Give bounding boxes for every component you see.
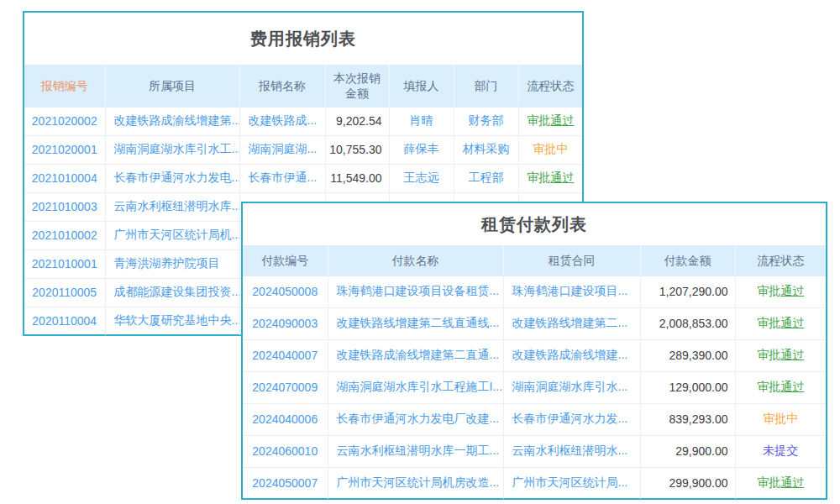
- cell-contract[interactable]: 改建铁路成渝线增建...: [503, 339, 640, 371]
- column-header-dept: 部门: [454, 65, 518, 107]
- cell-amount: 2,008,853.00: [640, 307, 735, 339]
- cell-id[interactable]: 2024090003: [243, 307, 328, 339]
- cell-project[interactable]: 湖南洞庭湖水库引水工...: [105, 135, 239, 164]
- payment-table-header-row: 付款编号付款名称租赁合同付款金额流程状态: [243, 245, 826, 276]
- cell-project[interactable]: 云南水利枢纽潜明水库...: [105, 192, 239, 221]
- cell-name[interactable]: 长春市伊通河水力发电厂改建...: [328, 403, 503, 435]
- cell-name[interactable]: 湖南洞庭湖...: [239, 135, 325, 164]
- expense-table-title: 费用报销列表: [24, 13, 582, 65]
- cell-name[interactable]: 改建铁路线增建第二线直通线...: [328, 307, 503, 339]
- cell-id[interactable]: 2024050007: [243, 467, 328, 499]
- column-header-name: 付款名称: [328, 245, 503, 276]
- cell-contract[interactable]: 广州市天河区统计局...: [503, 467, 640, 499]
- page: { "colors": { "panel_border": "#2bafca",…: [0, 0, 840, 504]
- cell-id[interactable]: 2020110005: [24, 278, 105, 307]
- expense-table-header-row: 报销编号所属项目报销名称本次报销金额填报人部门流程状态: [24, 65, 582, 107]
- cell-dept[interactable]: 工程部: [454, 164, 518, 192]
- table-row: 2024050007广州市天河区统计局机房改造...广州市天河区统计局...29…: [243, 467, 826, 499]
- column-header-name: 报销名称: [239, 65, 325, 107]
- cell-reporter[interactable]: 薛保丰: [389, 135, 454, 164]
- cell-project[interactable]: 成都能源建设集团投资...: [105, 278, 239, 307]
- cell-id[interactable]: 2024070009: [243, 371, 328, 403]
- cell-name[interactable]: 改建铁路成...: [239, 107, 325, 135]
- cell-amount: 289,390.00: [640, 339, 735, 371]
- cell-id[interactable]: 2021010003: [24, 192, 105, 221]
- cell-project[interactable]: 青海洪湖养护院项目: [105, 249, 239, 278]
- table-row: 2024040006长春市伊通河水力发电厂改建...长春市伊通河水力发...83…: [243, 403, 826, 435]
- table-row: 2024090003改建铁路线增建第二线直通线...改建铁路线增建第二...2,…: [243, 307, 826, 339]
- lease-payment-table-panel: 租赁付款列表 付款编号付款名称租赁合同付款金额流程状态 2024050008珠海…: [241, 202, 827, 500]
- cell-name[interactable]: 云南水利枢纽潜明水库一期工...: [328, 435, 503, 467]
- cell-amount: 29,900.00: [640, 435, 735, 467]
- column-header-amount: 本次报销金额: [325, 65, 389, 107]
- cell-project[interactable]: 广州市天河区统计局机...: [105, 221, 239, 249]
- table-row: 2024040007改建铁路成渝线增建第二直通...改建铁路成渝线增建...28…: [243, 339, 826, 371]
- cell-amount: 9,202.54: [325, 107, 389, 135]
- cell-name[interactable]: 湖南洞庭湖水库引水工程施工I...: [328, 371, 503, 403]
- cell-amount: 129,000.00: [640, 371, 735, 403]
- cell-status[interactable]: 审批通过: [735, 339, 826, 371]
- column-header-reporter: 填报人: [389, 65, 454, 107]
- cell-id[interactable]: 2024050008: [243, 276, 328, 307]
- cell-contract[interactable]: 长春市伊通河水力发...: [503, 403, 640, 435]
- cell-status[interactable]: 审批通过: [735, 467, 826, 499]
- cell-id[interactable]: 2021020002: [24, 107, 105, 135]
- cell-amount: 11,549.00: [325, 164, 389, 192]
- cell-id[interactable]: 2024040007: [243, 339, 328, 371]
- cell-name[interactable]: 改建铁路成渝线增建第二直通...: [328, 339, 503, 371]
- cell-status[interactable]: 审批通过: [735, 276, 826, 307]
- table-row: 2021010004长春市伊通河水力发电...长春市伊通...11,549.00…: [24, 164, 582, 192]
- column-header-status: 流程状态: [518, 65, 582, 107]
- cell-id[interactable]: 2021020001: [24, 135, 105, 164]
- cell-contract[interactable]: 珠海鹤港口建设项目...: [503, 276, 640, 307]
- cell-project[interactable]: 长春市伊通河水力发电...: [105, 164, 239, 192]
- table-row: 2024070009湖南洞庭湖水库引水工程施工I...湖南洞庭湖水库引水...1…: [243, 371, 826, 403]
- cell-reporter[interactable]: 肖晴: [389, 107, 454, 135]
- cell-dept[interactable]: 材料采购: [454, 135, 518, 164]
- column-header-amount: 付款金额: [640, 245, 735, 276]
- cell-contract[interactable]: 云南水利枢纽潜明水...: [503, 435, 640, 467]
- cell-id[interactable]: 2024060010: [243, 435, 328, 467]
- cell-name[interactable]: 珠海鹤港口建设项目设备租赁...: [328, 276, 503, 307]
- payment-table-title: 租赁付款列表: [243, 203, 826, 245]
- cell-status[interactable]: 审批通过: [518, 164, 582, 192]
- cell-amount: 839,293.00: [640, 403, 735, 435]
- column-header-contract: 租赁合同: [503, 245, 640, 276]
- payment-table: 付款编号付款名称租赁合同付款金额流程状态 2024050008珠海鹤港口建设项目…: [243, 245, 826, 499]
- cell-name[interactable]: 长春市伊通...: [239, 164, 325, 192]
- cell-status[interactable]: 审批通过: [735, 371, 826, 403]
- cell-id[interactable]: 2020110004: [24, 307, 105, 335]
- cell-status[interactable]: 审批通过: [735, 307, 826, 339]
- cell-project[interactable]: 华软大厦研究基地中央...: [105, 307, 239, 335]
- cell-contract[interactable]: 湖南洞庭湖水库引水...: [503, 371, 640, 403]
- cell-status[interactable]: 审批中: [518, 135, 582, 164]
- cell-status[interactable]: 审批通过: [518, 107, 582, 135]
- cell-status[interactable]: 审批中: [735, 403, 826, 435]
- table-row: 2024060010云南水利枢纽潜明水库一期工...云南水利枢纽潜明水...29…: [243, 435, 826, 467]
- cell-id[interactable]: 2024040006: [243, 403, 328, 435]
- cell-amount: 10,755.30: [325, 135, 389, 164]
- cell-status[interactable]: 未提交: [735, 435, 826, 467]
- cell-id[interactable]: 2021010002: [24, 221, 105, 249]
- cell-contract[interactable]: 改建铁路线增建第二...: [503, 307, 640, 339]
- cell-amount: 299,900.00: [640, 467, 735, 499]
- cell-id[interactable]: 2021010001: [24, 249, 105, 278]
- cell-reporter[interactable]: 王志远: [389, 164, 454, 192]
- payment-table-body: 2024050008珠海鹤港口建设项目设备租赁...珠海鹤港口建设项目...1,…: [243, 276, 826, 499]
- column-header-status: 流程状态: [735, 245, 826, 276]
- table-row: 2021020002改建铁路成渝线增建第...改建铁路成...9,202.54肖…: [24, 107, 582, 135]
- cell-project[interactable]: 改建铁路成渝线增建第...: [105, 107, 239, 135]
- cell-amount: 1,207,290.00: [640, 276, 735, 307]
- cell-name[interactable]: 广州市天河区统计局机房改造...: [328, 467, 503, 499]
- column-header-id: 付款编号: [243, 245, 328, 276]
- table-row: 2024050008珠海鹤港口建设项目设备租赁...珠海鹤港口建设项目...1,…: [243, 276, 826, 307]
- table-row: 2021020001湖南洞庭湖水库引水工...湖南洞庭湖...10,755.30…: [24, 135, 582, 164]
- cell-id[interactable]: 2021010004: [24, 164, 105, 192]
- column-header-project: 所属项目: [105, 65, 239, 107]
- cell-dept[interactable]: 财务部: [454, 107, 518, 135]
- column-header-id: 报销编号: [24, 65, 105, 107]
